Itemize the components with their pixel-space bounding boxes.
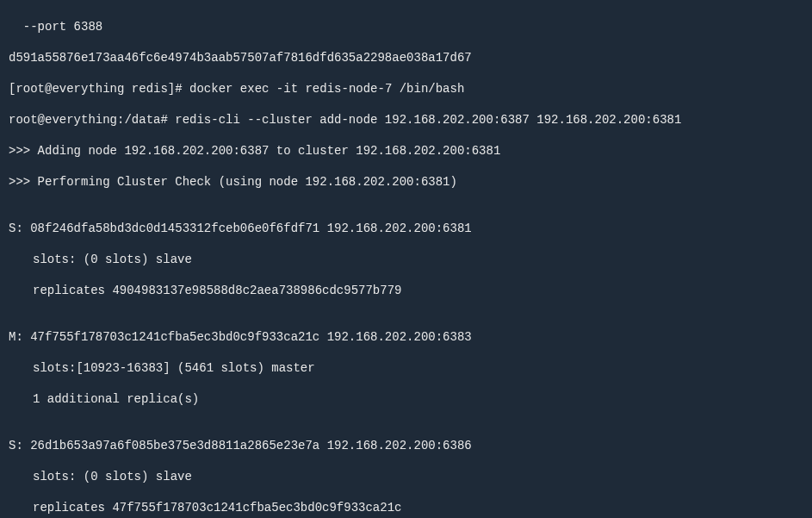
node-detail: slots:[10923-16383] (5461 slots) master [9,360,803,376]
output-line: >>> Adding node 192.168.202.200:6387 to … [9,143,803,159]
shell-command: redis-cli --cluster add-node 192.168.202… [175,113,681,127]
shell-prompt: [root@everything redis]# [9,82,189,96]
shell-prompt: root@everything:/data# [9,113,175,127]
shell-command: docker exec -it redis-node-7 /bin/bash [189,82,464,96]
command-line: [root@everything redis]# docker exec -it… [9,81,803,97]
node-detail: 1 additional replica(s) [9,391,803,407]
command-line: root@everything:/data# redis-cli --clust… [9,112,803,128]
output-line: --port 6388 [9,19,803,34]
node-header: S: 08f246dfa58bd3dc0d1453312fceb06e0f6fd… [9,221,803,236]
node-header: M: 47f755f178703c1241cfba5ec3bd0c9f933ca… [9,329,803,345]
output-line: >>> Performing Cluster Check (using node… [9,174,803,190]
node-detail: slots: (0 slots) slave [9,252,803,267]
node-detail: replicates 47f755f178703c1241cfba5ec3bd0… [9,500,803,515]
node-detail: slots: (0 slots) slave [9,469,803,484]
node-detail: replicates 4904983137e98588d8c2aea738986… [9,283,803,298]
terminal-output[interactable]: --port 6388 d591a55876e173aa46fc6e4974b3… [0,0,812,518]
node-header: S: 26d1b653a97a6f085be375e3d8811a2865e23… [9,438,803,453]
output-line: d591a55876e173aa46fc6e4974b3aab57507af78… [9,50,803,66]
